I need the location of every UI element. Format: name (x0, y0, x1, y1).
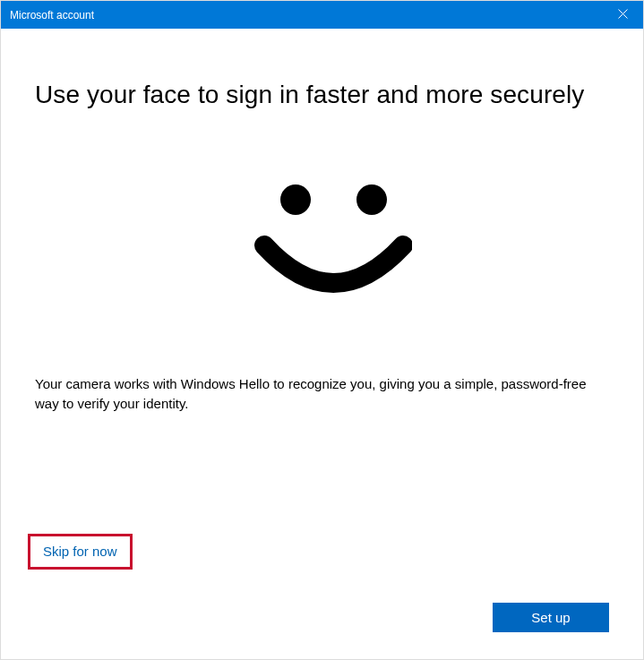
button-row: Set up (493, 603, 609, 632)
close-button[interactable] (602, 1, 643, 29)
close-icon (618, 9, 628, 21)
skip-area: Skip for now (28, 534, 133, 570)
smiley-face-icon (233, 168, 412, 315)
page-title: Use your face to sign in faster and more… (35, 81, 609, 109)
skip-highlight-box: Skip for now (28, 534, 133, 570)
svg-point-3 (356, 184, 387, 215)
dialog-window: Microsoft account Use your face to sign … (0, 0, 644, 660)
hello-illustration (35, 168, 609, 315)
description-text: Your camera works with Windows Hello to … (35, 374, 608, 414)
dialog-content: Use your face to sign in faster and more… (1, 29, 643, 659)
skip-for-now-link[interactable]: Skip for now (43, 544, 117, 559)
titlebar: Microsoft account (1, 1, 643, 29)
set-up-button[interactable]: Set up (493, 603, 609, 632)
window-title: Microsoft account (10, 9, 94, 21)
svg-point-2 (280, 184, 311, 215)
